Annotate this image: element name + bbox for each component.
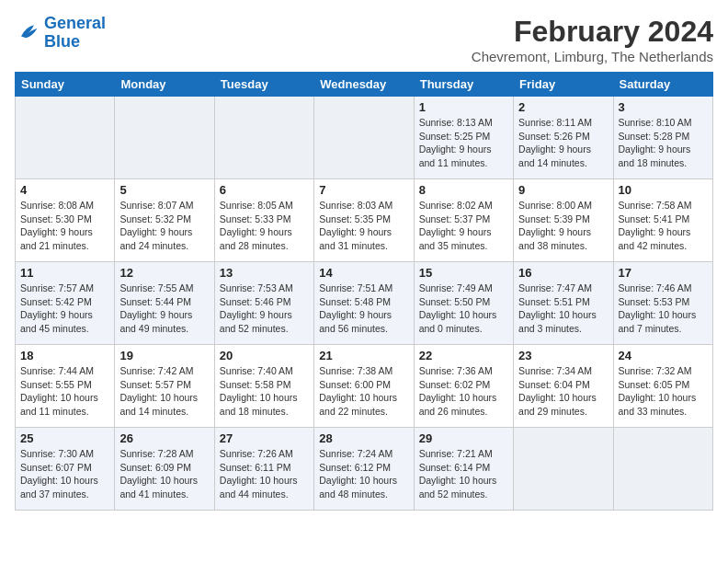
day-info: Sunrise: 7:57 AMSunset: 5:42 PMDaylight:…	[20, 282, 109, 336]
table-row: 14Sunrise: 7:51 AMSunset: 5:48 PMDayligh…	[314, 262, 414, 345]
day-number: 6	[220, 183, 309, 197]
day-info: Sunrise: 7:40 AMSunset: 5:58 PMDaylight:…	[220, 364, 309, 419]
col-friday: Friday	[514, 73, 613, 97]
calendar-week-row: 18Sunrise: 7:44 AMSunset: 5:55 PMDayligh…	[16, 345, 713, 428]
table-row	[16, 97, 115, 179]
day-info: Sunrise: 7:24 AMSunset: 6:12 PMDaylight:…	[319, 447, 408, 501]
calendar-week-row: 1Sunrise: 8:13 AMSunset: 5:25 PMDaylight…	[16, 97, 713, 179]
location-title: Chevremont, Limburg, The Netherlands	[472, 49, 713, 64]
col-wednesday: Wednesday	[314, 73, 414, 97]
day-info: Sunrise: 8:08 AMSunset: 5:30 PMDaylight:…	[20, 199, 109, 253]
table-row: 3Sunrise: 8:10 AMSunset: 5:28 PMDaylight…	[613, 97, 712, 179]
day-number: 1	[419, 100, 508, 114]
day-info: Sunrise: 7:49 AMSunset: 5:50 PMDaylight:…	[419, 282, 508, 336]
logo-text: General Blue	[44, 15, 106, 52]
logo-icon	[15, 20, 40, 46]
table-row: 22Sunrise: 7:36 AMSunset: 6:02 PMDayligh…	[414, 345, 513, 428]
day-number: 15	[419, 266, 508, 280]
table-row: 16Sunrise: 7:47 AMSunset: 5:51 PMDayligh…	[514, 262, 613, 345]
table-row: 17Sunrise: 7:46 AMSunset: 5:53 PMDayligh…	[613, 262, 712, 345]
table-row: 11Sunrise: 7:57 AMSunset: 5:42 PMDayligh…	[16, 262, 115, 345]
table-row	[115, 97, 214, 179]
col-saturday: Saturday	[613, 73, 712, 97]
day-info: Sunrise: 7:42 AMSunset: 5:57 PMDaylight:…	[119, 364, 209, 419]
table-row	[314, 97, 414, 179]
day-number: 21	[319, 349, 408, 362]
day-info: Sunrise: 7:28 AMSunset: 6:09 PMDaylight:…	[119, 447, 209, 501]
table-row: 6Sunrise: 8:05 AMSunset: 5:33 PMDaylight…	[214, 179, 313, 262]
day-number: 24	[619, 349, 708, 362]
table-row: 9Sunrise: 8:00 AMSunset: 5:39 PMDaylight…	[514, 179, 613, 262]
day-number: 14	[319, 266, 408, 280]
day-number: 8	[419, 183, 508, 197]
table-row: 27Sunrise: 7:26 AMSunset: 6:11 PMDayligh…	[214, 428, 313, 511]
month-title: February 2024	[472, 15, 713, 49]
day-info: Sunrise: 8:07 AMSunset: 5:32 PMDaylight:…	[119, 199, 209, 253]
col-thursday: Thursday	[414, 73, 513, 97]
day-number: 18	[20, 349, 109, 362]
table-row: 19Sunrise: 7:42 AMSunset: 5:57 PMDayligh…	[115, 345, 214, 428]
day-info: Sunrise: 7:34 AMSunset: 6:04 PMDaylight:…	[518, 364, 608, 419]
day-number: 10	[619, 183, 708, 197]
day-info: Sunrise: 7:26 AMSunset: 6:11 PMDaylight:…	[220, 447, 309, 501]
day-number: 9	[518, 183, 608, 197]
day-info: Sunrise: 7:58 AMSunset: 5:41 PMDaylight:…	[619, 199, 708, 253]
day-info: Sunrise: 7:30 AMSunset: 6:07 PMDaylight:…	[20, 447, 109, 501]
col-tuesday: Tuesday	[214, 73, 313, 97]
day-number: 12	[119, 266, 209, 280]
day-info: Sunrise: 7:44 AMSunset: 5:55 PMDaylight:…	[20, 364, 109, 419]
calendar-week-row: 11Sunrise: 7:57 AMSunset: 5:42 PMDayligh…	[16, 262, 713, 345]
table-row: 4Sunrise: 8:08 AMSunset: 5:30 PMDaylight…	[16, 179, 115, 262]
day-number: 2	[518, 100, 608, 114]
day-number: 23	[518, 349, 608, 362]
day-info: Sunrise: 7:38 AMSunset: 6:00 PMDaylight:…	[319, 364, 408, 419]
table-row: 21Sunrise: 7:38 AMSunset: 6:00 PMDayligh…	[314, 345, 414, 428]
day-info: Sunrise: 7:36 AMSunset: 6:02 PMDaylight:…	[419, 364, 508, 419]
col-sunday: Sunday	[16, 73, 115, 97]
day-info: Sunrise: 8:10 AMSunset: 5:28 PMDaylight:…	[619, 116, 708, 170]
day-number: 29	[419, 431, 508, 445]
table-row: 8Sunrise: 8:02 AMSunset: 5:37 PMDaylight…	[414, 179, 513, 262]
table-row	[514, 428, 613, 511]
col-monday: Monday	[115, 73, 214, 97]
page-header: General Blue February 2024 Chevremont, L…	[15, 15, 713, 64]
day-info: Sunrise: 8:00 AMSunset: 5:39 PMDaylight:…	[518, 199, 608, 253]
day-info: Sunrise: 7:51 AMSunset: 5:48 PMDaylight:…	[319, 282, 408, 336]
table-row: 7Sunrise: 8:03 AMSunset: 5:35 PMDaylight…	[314, 179, 414, 262]
day-info: Sunrise: 7:46 AMSunset: 5:53 PMDaylight:…	[619, 282, 708, 336]
day-info: Sunrise: 7:47 AMSunset: 5:51 PMDaylight:…	[518, 282, 608, 336]
table-row: 23Sunrise: 7:34 AMSunset: 6:04 PMDayligh…	[514, 345, 613, 428]
day-info: Sunrise: 7:53 AMSunset: 5:46 PMDaylight:…	[220, 282, 309, 336]
day-info: Sunrise: 8:02 AMSunset: 5:37 PMDaylight:…	[419, 199, 508, 253]
day-number: 27	[220, 431, 309, 445]
day-info: Sunrise: 7:55 AMSunset: 5:44 PMDaylight:…	[119, 282, 209, 336]
day-number: 16	[518, 266, 608, 280]
table-row: 12Sunrise: 7:55 AMSunset: 5:44 PMDayligh…	[115, 262, 214, 345]
table-row: 29Sunrise: 7:21 AMSunset: 6:14 PMDayligh…	[414, 428, 513, 511]
table-row: 10Sunrise: 7:58 AMSunset: 5:41 PMDayligh…	[613, 179, 712, 262]
day-number: 28	[319, 431, 408, 445]
table-row: 1Sunrise: 8:13 AMSunset: 5:25 PMDaylight…	[414, 97, 513, 179]
day-info: Sunrise: 8:03 AMSunset: 5:35 PMDaylight:…	[319, 199, 408, 253]
day-info: Sunrise: 7:21 AMSunset: 6:14 PMDaylight:…	[419, 447, 508, 501]
day-number: 17	[619, 266, 708, 280]
day-info: Sunrise: 7:32 AMSunset: 6:05 PMDaylight:…	[619, 364, 708, 419]
calendar-header-row: Sunday Monday Tuesday Wednesday Thursday…	[16, 73, 713, 97]
logo: General Blue	[15, 15, 106, 52]
table-row: 20Sunrise: 7:40 AMSunset: 5:58 PMDayligh…	[214, 345, 313, 428]
day-number: 25	[20, 431, 109, 445]
table-row: 28Sunrise: 7:24 AMSunset: 6:12 PMDayligh…	[314, 428, 414, 511]
day-number: 19	[119, 349, 209, 362]
day-info: Sunrise: 8:13 AMSunset: 5:25 PMDaylight:…	[419, 116, 508, 170]
table-row: 5Sunrise: 8:07 AMSunset: 5:32 PMDaylight…	[115, 179, 214, 262]
title-block: February 2024 Chevremont, Limburg, The N…	[472, 15, 713, 64]
day-number: 22	[419, 349, 508, 362]
day-number: 20	[220, 349, 309, 362]
day-number: 13	[220, 266, 309, 280]
table-row: 24Sunrise: 7:32 AMSunset: 6:05 PMDayligh…	[613, 345, 712, 428]
table-row: 15Sunrise: 7:49 AMSunset: 5:50 PMDayligh…	[414, 262, 513, 345]
day-number: 11	[20, 266, 109, 280]
table-row	[613, 428, 712, 511]
table-row: 13Sunrise: 7:53 AMSunset: 5:46 PMDayligh…	[214, 262, 313, 345]
table-row: 26Sunrise: 7:28 AMSunset: 6:09 PMDayligh…	[115, 428, 214, 511]
